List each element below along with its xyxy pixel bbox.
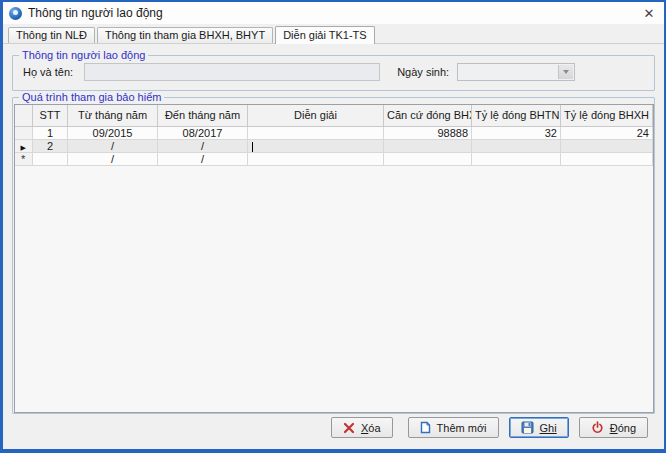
cell-base-salary[interactable]: 98888 xyxy=(384,126,472,139)
grid-header-row: STT Từ tháng năm Đến tháng năm Diễn giải… xyxy=(15,105,653,126)
add-new-button[interactable]: Thêm mới xyxy=(408,417,499,438)
dialog-window: Thông tin người lao động ✕ Thông tin NLĐ… xyxy=(0,0,666,453)
birth-date-combobox[interactable] xyxy=(457,63,575,81)
employee-fields-row: Họ và tên: Ngày sinh: xyxy=(13,61,654,90)
cell-stt[interactable] xyxy=(33,152,68,165)
col-header-stt[interactable]: STT xyxy=(33,105,68,126)
cell-stt[interactable]: 2 xyxy=(33,139,68,152)
cell-from-month[interactable]: / xyxy=(68,139,158,152)
row-selector-cell-new[interactable]: * xyxy=(15,152,33,165)
cell-bhtn-rate[interactable]: 32 xyxy=(472,126,561,139)
full-name-field[interactable] xyxy=(84,63,380,81)
col-header-row-selector xyxy=(15,105,33,126)
window-title: Thông tin người lao động xyxy=(28,6,163,20)
cell-bhtn-rate[interactable] xyxy=(472,139,561,152)
row-selector-cell-current[interactable]: ▶ xyxy=(15,139,33,152)
power-icon xyxy=(591,421,604,434)
current-row-arrow-icon: ▶ xyxy=(21,144,26,151)
delete-button[interactable]: Xóa xyxy=(331,417,393,438)
cell-to-month[interactable]: / xyxy=(158,152,248,165)
grid-row-1: 1 09/2015 08/2017 98888 32 24 xyxy=(15,126,653,139)
row-selector-cell[interactable] xyxy=(15,126,33,139)
cell-description[interactable] xyxy=(248,126,384,139)
cell-from-month[interactable]: 09/2015 xyxy=(68,126,158,139)
cell-stt[interactable]: 1 xyxy=(33,126,68,139)
cell-to-month[interactable]: / xyxy=(158,139,248,152)
chevron-down-icon xyxy=(563,70,569,74)
employee-group-title: Thông tin người lao động xyxy=(19,49,148,61)
combo-dropdown-button[interactable] xyxy=(558,65,573,79)
col-header-den-thang-nam[interactable]: Đến tháng năm xyxy=(158,105,248,126)
cell-to-month[interactable]: 08/2017 xyxy=(158,126,248,139)
app-icon xyxy=(9,7,22,20)
title-bar: Thông tin người lao động ✕ xyxy=(3,2,664,24)
birth-date-label: Ngày sinh: xyxy=(397,66,449,78)
tab-strip: Thông tin NLĐ Thông tin tham gia BHXH, B… xyxy=(3,24,664,43)
col-header-can-cu-dong-bhxh[interactable]: Căn cứ đóng BHXH xyxy=(384,105,472,126)
cell-bhtn-rate[interactable] xyxy=(472,152,561,165)
cell-description-editing[interactable] xyxy=(248,139,384,152)
grid-new-row: * / / xyxy=(15,152,653,165)
cell-bhxh-rate[interactable] xyxy=(561,139,653,152)
cell-from-month[interactable]: / xyxy=(68,152,158,165)
tab-tham-gia-bhxh-bhyt[interactable]: Thông tin tham gia BHXH, BHYT xyxy=(97,27,273,43)
insurance-history-group: Quá trình tham gia bảo hiểm STT Từ tháng… xyxy=(12,91,655,414)
cell-base-salary[interactable] xyxy=(384,139,472,152)
cell-base-salary[interactable] xyxy=(384,152,472,165)
new-row-star-icon: * xyxy=(21,153,25,165)
close-button[interactable]: Đóng xyxy=(579,417,648,438)
tab-dien-giai-tk1-ts[interactable]: Diễn giải TK1-TS xyxy=(275,26,375,44)
cell-bhxh-rate[interactable]: 24 xyxy=(561,126,653,139)
close-window-icon[interactable]: ✕ xyxy=(639,4,659,22)
history-group-title: Quá trình tham gia bảo hiểm xyxy=(19,91,164,103)
grid-row-2-selected: ▶ 2 / / xyxy=(15,139,653,152)
text-caret xyxy=(252,142,253,152)
tab-thong-tin-nld[interactable]: Thông tin NLĐ xyxy=(8,27,95,43)
cell-bhxh-rate[interactable] xyxy=(561,152,653,165)
cell-description[interactable] xyxy=(248,152,384,165)
button-row: Xóa Thêm mới Ghi Đóng xyxy=(12,414,655,441)
save-button[interactable]: Ghi xyxy=(509,417,569,438)
col-header-dien-giai[interactable]: Diễn giải xyxy=(248,105,384,126)
col-header-ty-le-dong-bhxh[interactable]: Tỷ lệ đóng BHXH (%) xyxy=(561,105,653,126)
employee-info-group: Thông tin người lao động Họ và tên: Ngày… xyxy=(12,49,655,91)
col-header-ty-le-dong-bhtn[interactable]: Tỷ lệ đóng BHTN (%) xyxy=(472,105,561,126)
col-header-tu-thang-nam[interactable]: Từ tháng năm xyxy=(68,105,158,126)
insurance-history-grid[interactable]: STT Từ tháng năm Đến tháng năm Diễn giải… xyxy=(14,104,654,413)
tab-page: Thông tin người lao động Họ và tên: Ngày… xyxy=(3,43,664,449)
red-x-icon xyxy=(343,422,355,434)
floppy-disk-icon xyxy=(521,421,534,434)
new-document-icon xyxy=(420,421,431,434)
full-name-label: Họ và tên: xyxy=(23,66,73,78)
